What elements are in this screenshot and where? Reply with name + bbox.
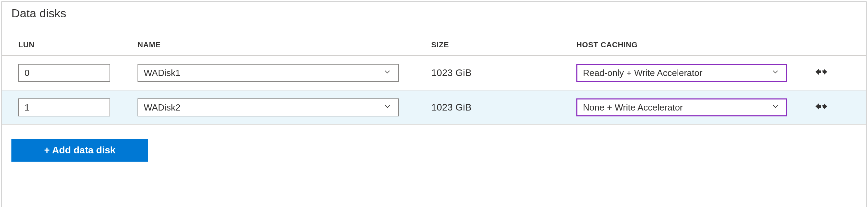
size-text: 1023 GiB — [431, 102, 472, 113]
table-header-row: LUN NAME SIZE HOST CACHING — [2, 35, 866, 56]
host-caching-select[interactable]: None + Write Accelerator — [576, 98, 787, 116]
column-header-size: SIZE — [431, 40, 576, 49]
chevron-down-icon — [771, 67, 780, 78]
table-row: WADisk1 1023 GiB Read-only + Write Accel… — [2, 56, 866, 90]
section-title: Data disks — [2, 7, 866, 20]
chevron-down-icon — [771, 102, 780, 113]
svg-line-1 — [821, 67, 822, 76]
svg-line-3 — [821, 102, 822, 111]
table-row: WADisk2 1023 GiB None + Write Accelerato… — [2, 90, 866, 125]
size-text: 1023 GiB — [431, 67, 472, 78]
chevron-down-icon — [383, 102, 392, 113]
chevron-down-icon — [383, 67, 392, 78]
write-accelerator-icon[interactable] — [814, 101, 829, 114]
column-header-lun: LUN — [18, 40, 138, 49]
data-disks-table: LUN NAME SIZE HOST CACHING WADisk1 1023 … — [2, 35, 866, 125]
add-data-disk-label: + Add data disk — [44, 145, 116, 156]
data-disks-panel: Data disks LUN NAME SIZE HOST CACHING WA… — [1, 1, 867, 207]
lun-input[interactable] — [18, 98, 110, 116]
name-select[interactable]: WADisk1 — [138, 64, 399, 82]
column-header-host-caching: HOST CACHING — [576, 40, 804, 49]
host-caching-value: Read-only + Write Accelerator — [583, 68, 786, 78]
lun-input[interactable] — [18, 64, 110, 82]
column-header-name: NAME — [138, 40, 431, 49]
name-select-value: WADisk2 — [144, 102, 398, 113]
name-select-value: WADisk1 — [144, 68, 398, 78]
host-caching-select[interactable]: Read-only + Write Accelerator — [576, 64, 787, 82]
name-select[interactable]: WADisk2 — [138, 98, 399, 116]
write-accelerator-icon[interactable] — [814, 67, 829, 79]
add-data-disk-button[interactable]: + Add data disk — [11, 139, 148, 162]
host-caching-value: None + Write Accelerator — [583, 102, 786, 113]
